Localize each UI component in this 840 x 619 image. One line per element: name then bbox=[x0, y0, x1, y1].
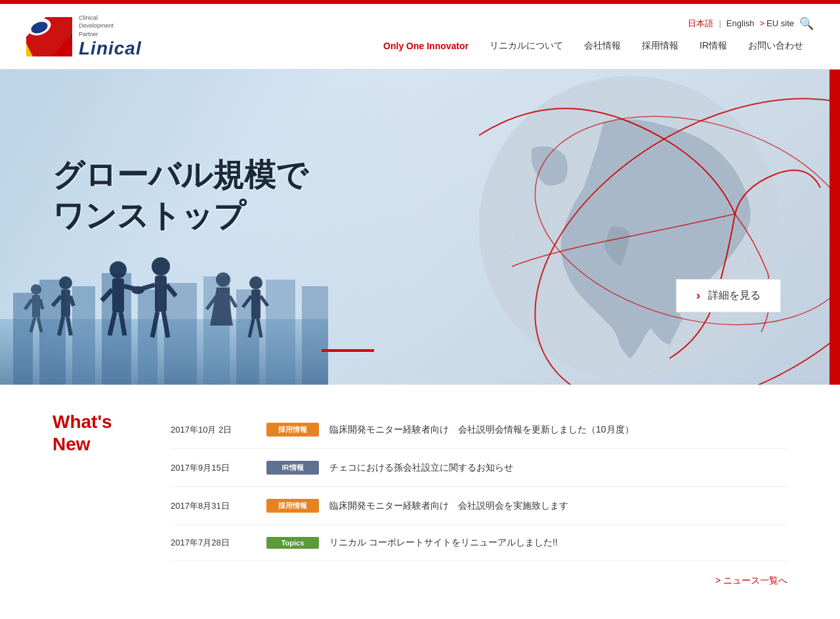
svg-rect-25 bbox=[72, 286, 95, 385]
news-badge-topics: Topics bbox=[266, 537, 319, 549]
whats-new-label: What's New bbox=[52, 411, 144, 455]
svg-point-51 bbox=[152, 257, 170, 276]
news-date: 2017年9月15日 bbox=[171, 462, 256, 474]
svg-rect-62 bbox=[251, 289, 261, 319]
news-badge-recruit: 採用情報 bbox=[266, 423, 319, 437]
news-item: 2017年9月15日 IR情報 チェコにおける孫会社設立に関するお知らせ bbox=[171, 449, 788, 487]
lang-japanese[interactable]: 日本語 bbox=[688, 18, 713, 30]
language-bar: 日本語 | English >EU site 🔍 bbox=[688, 16, 814, 31]
svg-rect-31 bbox=[266, 280, 295, 385]
news-title[interactable]: チェコにおける孫会社設立に関するお知らせ bbox=[329, 462, 788, 474]
svg-rect-46 bbox=[112, 278, 124, 312]
nav-recruit[interactable]: 採用情報 bbox=[631, 35, 689, 57]
svg-rect-40 bbox=[61, 289, 70, 317]
svg-point-39 bbox=[59, 276, 72, 289]
search-icon[interactable]: 🔍 bbox=[799, 16, 814, 31]
news-item: 2017年7月28日 Topics リニカル コーポレートサイトをリニューアルし… bbox=[171, 525, 788, 561]
svg-point-33 bbox=[31, 284, 41, 295]
logo-area[interactable]: Clinical Development Partner Linical bbox=[26, 14, 142, 60]
news-date: 2017年8月31日 bbox=[171, 500, 256, 512]
eu-site-link[interactable]: >EU site bbox=[760, 18, 795, 28]
news-list: 2017年10月 2日 採用情報 臨床開発モニター経験者向け 会社説明会情報を更… bbox=[171, 411, 788, 587]
news-inner: What's New 2017年10月 2日 採用情報 臨床開発モニター経験者向… bbox=[52, 411, 788, 587]
cta-arrow-icon: › bbox=[696, 289, 700, 303]
svg-point-45 bbox=[110, 261, 127, 278]
svg-point-58 bbox=[216, 272, 230, 287]
svg-rect-23 bbox=[13, 293, 33, 385]
news-date: 2017年10月 2日 bbox=[171, 424, 256, 436]
svg-rect-32 bbox=[302, 286, 328, 385]
slide-progress-bar bbox=[322, 349, 374, 352]
nav-ir[interactable]: IR情報 bbox=[689, 35, 738, 57]
cta-label: 詳細を見る bbox=[708, 289, 761, 303]
hero-banner: グローバル規模で ワンストップ › 詳細を見る bbox=[0, 70, 840, 385]
logo-name: Linical bbox=[79, 38, 142, 59]
svg-rect-52 bbox=[155, 276, 167, 312]
news-title[interactable]: 臨床開発モニター経験者向け 会社説明会を実施致します bbox=[329, 500, 788, 512]
lang-english[interactable]: English bbox=[726, 18, 755, 28]
logo-icon bbox=[26, 17, 72, 56]
main-navigation: Only One Innovator リニカルについて 会社情報 採用情報 IR… bbox=[373, 35, 814, 57]
svg-line-60 bbox=[230, 296, 236, 307]
news-item: 2017年10月 2日 採用情報 臨床開発モニター経験者向け 会社説明会情報を更… bbox=[171, 411, 788, 449]
nav-only-one-innovator[interactable]: Only One Innovator bbox=[373, 35, 479, 56]
whats-new-heading: What's New bbox=[52, 411, 144, 455]
svg-point-57 bbox=[131, 286, 144, 294]
svg-point-61 bbox=[249, 276, 262, 289]
news-date: 2017年7月28日 bbox=[171, 537, 256, 549]
news-more-link[interactable]: ニュース一覧へ bbox=[715, 575, 788, 586]
news-item: 2017年8月31日 採用情報 臨床開発モニター経験者向け 会社説明会を実施致し… bbox=[171, 487, 788, 525]
hero-text: グローバル規模で ワンストップ bbox=[52, 155, 308, 237]
nav-about[interactable]: リニカルについて bbox=[479, 35, 574, 57]
news-section: What's New 2017年10月 2日 採用情報 臨床開発モニター経験者向… bbox=[0, 385, 840, 619]
header-right: 日本語 | English >EU site 🔍 Only One Innova… bbox=[373, 16, 814, 57]
site-header: Clinical Development Partner Linical 日本語… bbox=[0, 4, 840, 70]
news-title[interactable]: 臨床開発モニター経験者向け 会社説明会情報を更新しました（10月度） bbox=[329, 424, 788, 436]
news-badge-ir: IR情報 bbox=[266, 461, 319, 475]
news-title[interactable]: リニカル コーポレートサイトをリニューアルしました!! bbox=[329, 537, 788, 549]
hero-globe bbox=[348, 70, 840, 385]
news-badge-recruit: 採用情報 bbox=[266, 499, 319, 513]
nav-contact[interactable]: お問い合わせ bbox=[738, 35, 814, 57]
logo-subtitle: Clinical Development Partner bbox=[79, 14, 142, 39]
logo-text: Clinical Development Partner Linical bbox=[79, 14, 142, 60]
hero-headline: グローバル規模で ワンストップ bbox=[52, 155, 308, 237]
news-more-link-area: ニュース一覧へ bbox=[171, 574, 788, 587]
hero-sidebar-accent bbox=[830, 70, 840, 385]
svg-rect-34 bbox=[32, 295, 40, 318]
lang-separator: | bbox=[719, 18, 721, 28]
nav-company[interactable]: 会社情報 bbox=[574, 35, 631, 57]
hero-cta-button[interactable]: › 詳細を見る bbox=[676, 279, 781, 312]
